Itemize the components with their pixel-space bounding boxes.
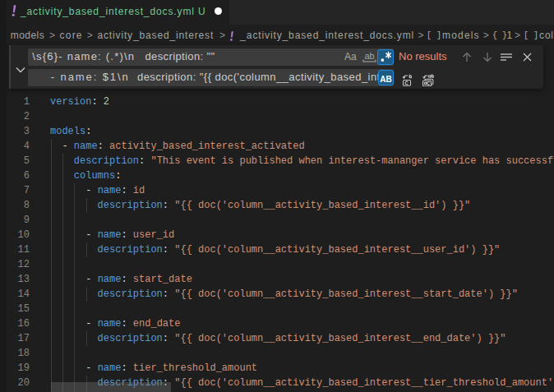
svg-text:ab: ab	[364, 51, 374, 61]
